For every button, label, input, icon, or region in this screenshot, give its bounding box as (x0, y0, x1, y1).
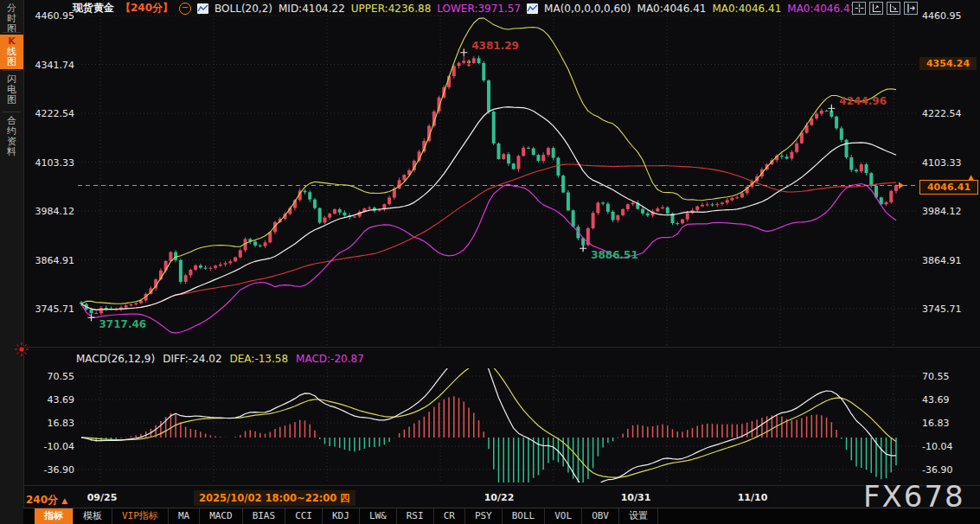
chart-type-sidebar: 分 时 图 K 线 图 闪 电 图 合 约 资 料 (0, 0, 24, 524)
ma-label: MA(0,0,0,0,0,60) (544, 3, 631, 15)
left-axis-tick: 4341.74 (26, 60, 74, 71)
boll-legend-icon (197, 3, 208, 14)
legend-bar: 现货黄金 【240分】 − BOLL(20,2) MID:4104.22 UPP… (73, 2, 856, 15)
left-axis-tick: 4103.33 (26, 157, 74, 169)
sell-signal-arrow-icon: ↓ (464, 58, 472, 69)
current-price-tag: 4046.41 (919, 180, 978, 195)
bottom-tab-设置[interactable]: 设置 (619, 508, 658, 524)
macd-axis-tick-right: -36.90 (922, 464, 977, 476)
sidebar-item-闪电图[interactable]: 闪 电 图 (0, 73, 23, 107)
sidebar-item-K线图[interactable]: K 线 图 (0, 35, 23, 69)
right-axis-tick: 4460.95 (922, 10, 977, 22)
live-indicator-icon[interactable] (15, 342, 29, 356)
ma-legend-icon (527, 3, 538, 14)
right-axis-tick: 4222.54 (922, 108, 977, 119)
macd-legend: MACD(26,12,9) DIFF:-24.02 DEA:-13.58 MAC… (76, 353, 364, 365)
scale-compress-icon[interactable] (869, 2, 883, 15)
bottom-tab-MACD[interactable]: MACD (200, 508, 243, 524)
last-price-marker (899, 182, 904, 189)
macd-diff-value: DIFF:-24.02 (163, 353, 221, 365)
macd-dea-value: DEA:-13.58 (230, 353, 289, 365)
chevron-up-icon: ▲ (61, 496, 67, 505)
x-axis-date-label: 10/31 (621, 492, 651, 503)
ma0-value-1: MA0:4046.41 (637, 3, 707, 15)
bottom-tab-KDJ[interactable]: KDJ (323, 508, 360, 524)
macd-axis-tick-left: -36.90 (26, 464, 74, 476)
price-alert-icon: ▲ (968, 173, 974, 182)
macd-axis-tick-right: 70.55 (922, 371, 977, 382)
bottom-tab-PSY[interactable]: PSY (465, 508, 503, 524)
collapse-indicator-icon[interactable]: − (179, 3, 191, 15)
bottom-tab-指标[interactable]: 指标 (35, 508, 74, 524)
bottom-tab-VOL[interactable]: VOL (545, 508, 582, 524)
macd-label: MACD(26,12,9) (76, 353, 155, 365)
pan-right-icon[interactable] (904, 2, 918, 15)
bottom-tab-CCI[interactable]: CCI (285, 508, 323, 524)
bottom-tab-CR[interactable]: CR (434, 508, 465, 524)
sidebar-divider (3, 32, 21, 33)
sidebar-item-合约资料[interactable]: 合 约 资 料 (0, 114, 23, 159)
right-axis-tick: 3984.12 (922, 206, 977, 217)
left-axis-tick: 4222.54 (26, 108, 74, 119)
period-badge: 【240分】 (120, 1, 173, 16)
macd-axis-tick-left: 70.55 (26, 371, 74, 382)
left-axis-tick: 4460.95 (26, 10, 74, 22)
sidebar-divider (3, 112, 21, 112)
period-selector[interactable]: 240分 ▲ (26, 493, 67, 508)
low-price-annotation: 3717.46 (99, 318, 146, 330)
right-axis-tick: 3745.71 (922, 304, 977, 315)
grid-lines (78, 16, 919, 482)
bottom-tab-VIP指标[interactable]: VIP指标 (112, 508, 169, 524)
high-price-annotation: 4244.96 (839, 95, 887, 107)
bottom-tab-MA[interactable]: MA (169, 508, 200, 524)
macd-value: MACD:-20.87 (296, 353, 364, 365)
bottom-tab-RSI[interactable]: RSI (397, 508, 434, 524)
macd-axis-tick-left: 16.83 (26, 418, 74, 429)
macd-pane (81, 353, 896, 502)
right-axis-tick: 3864.91 (922, 255, 977, 266)
chart-canvas[interactable] (0, 0, 980, 524)
chart-tool-icons (852, 2, 918, 15)
bottom-tab-LW&[interactable]: LW& (360, 508, 397, 524)
macd-axis-tick-left: -10.04 (26, 441, 74, 452)
overlay-lines (81, 18, 896, 333)
macd-axis-tick-right: 16.83 (922, 418, 977, 429)
crosshair-date-tooltip: 2025/10/02 18:00~22:00 四 (194, 490, 355, 506)
axis-divider (23, 485, 980, 486)
left-axis-tick: 3864.91 (26, 255, 74, 266)
symbol-name: 现货黄金 (73, 1, 114, 16)
boll-mid-value: MID:4104.22 (279, 3, 345, 15)
left-axis-tick: 3984.12 (26, 206, 74, 217)
macd-axis-tick-left: 43.69 (26, 394, 74, 406)
ma0-value-3: MA0:4046.41 (787, 3, 856, 15)
sidebar-divider (3, 70, 21, 71)
bottom-tab-BOLL[interactable]: BOLL (503, 508, 546, 524)
boll-upper-value: UPPER:4236.88 (351, 3, 431, 15)
sidebar-item-分时图[interactable]: 分 时 图 (0, 2, 23, 36)
ma0-value-2: MA0:4046.41 (712, 3, 781, 15)
boll-lower-value: LOWER:3971.57 (437, 3, 521, 15)
upper-band-price-tag: 4354.24 (919, 57, 977, 70)
bottom-tab-模板[interactable]: 模板 (74, 508, 112, 524)
bottom-tab-BIAS[interactable]: BIAS (243, 508, 286, 524)
high-price-annotation: 4381.29 (471, 40, 519, 52)
bottom-tab-OBV[interactable]: OBV (582, 508, 619, 524)
trading-app-window: 分 时 图 K 线 图 闪 电 图 合 约 资 料 现货黄金 【240分】 − … (0, 0, 980, 524)
right-axis-tick: 4103.33 (922, 157, 977, 169)
pane-divider (23, 347, 980, 348)
left-axis-tick: 3745.71 (26, 304, 74, 315)
x-axis-date-label: 11/10 (738, 492, 768, 503)
macd-axis-tick-right: -10.04 (922, 441, 977, 452)
macd-axis-tick-right: 43.69 (922, 394, 977, 406)
x-axis-date-label: 09/25 (87, 492, 118, 503)
indicator-tab-bar: 指标模板VIP指标MAMACDBIASCCIKDJLW&RSICRPSYBOLL… (23, 508, 980, 524)
scale-expand-icon[interactable] (887, 2, 900, 15)
low-price-annotation: 3886.51 (591, 249, 638, 261)
boll-label: BOLL(20,2) (215, 3, 272, 15)
x-axis-date-label: 10/22 (484, 492, 515, 503)
candlesticks (80, 48, 898, 321)
crosshair-icon[interactable] (852, 2, 866, 15)
